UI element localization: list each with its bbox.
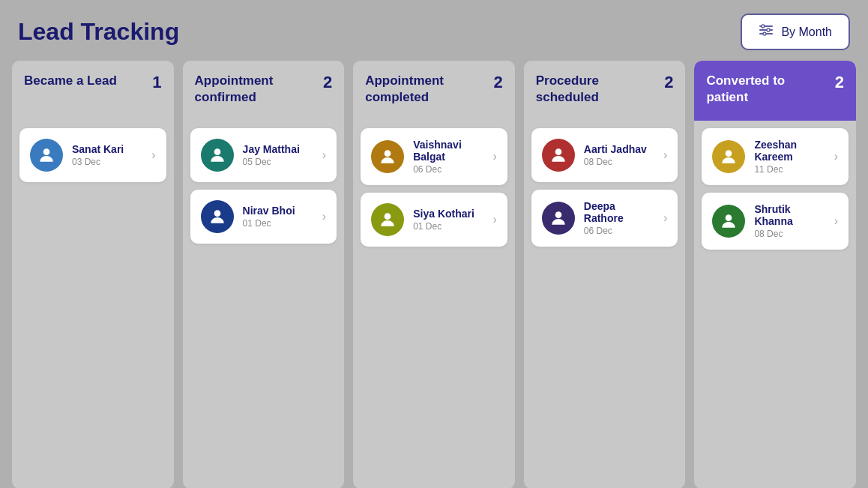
- avatar: [712, 205, 745, 238]
- avatar: [30, 139, 63, 172]
- avatar: [371, 140, 404, 173]
- card-name: Jay Matthai: [243, 143, 310, 155]
- column-procedure-scheduled: Procedure scheduled2Aarti Jadhav08 Dec›D…: [524, 61, 686, 488]
- card-name: Aarti Jadhav: [584, 143, 651, 155]
- column-header-became-lead: Became a Lead1: [12, 61, 174, 121]
- avatar: [201, 139, 234, 172]
- card-info: Aarti Jadhav08 Dec: [584, 143, 651, 167]
- card[interactable]: Vaishnavi Balgat06 Dec›: [361, 128, 507, 185]
- chevron-right-icon: ›: [322, 210, 326, 223]
- column-header-appointment-confirmed: Appointment confirmed2: [183, 61, 345, 121]
- svg-point-11: [555, 148, 561, 155]
- card[interactable]: Nirav Bhoi01 Dec›: [190, 190, 337, 244]
- avatar: [542, 202, 575, 235]
- card-date: 03 Dec: [72, 157, 139, 167]
- card-date: 11 Dec: [754, 164, 822, 175]
- svg-point-7: [214, 148, 220, 155]
- column-header-procedure-scheduled: Procedure scheduled2: [524, 61, 686, 121]
- column-body-procedure-scheduled: Aarti Jadhav08 Dec›Deepa Rathore06 Dec›: [524, 121, 686, 488]
- column-count-became-lead: 1: [152, 73, 161, 92]
- card-info: Shrutik Khanna08 Dec: [754, 203, 822, 239]
- card[interactable]: Siya Kothari01 Dec›: [361, 193, 507, 247]
- card[interactable]: Aarti Jadhav08 Dec›: [531, 128, 678, 182]
- column-title-procedure-scheduled: Procedure scheduled: [536, 73, 658, 106]
- column-appointment-completed: Appointment completed2Vaishnavi Balgat06…: [353, 61, 515, 488]
- filter-label: By Month: [781, 25, 832, 39]
- svg-point-4: [767, 28, 770, 31]
- page-header: Lead Tracking By Month: [0, 0, 868, 61]
- column-title-appointment-completed: Appointment completed: [365, 73, 487, 106]
- card[interactable]: Jay Matthai05 Dec›: [190, 128, 337, 182]
- card-info: Sanat Kari03 Dec: [72, 143, 139, 167]
- card[interactable]: Shrutik Khanna08 Dec›: [702, 193, 849, 250]
- column-count-appointment-completed: 2: [494, 73, 503, 92]
- card-date: 08 Dec: [584, 157, 651, 167]
- card-name: Shrutik Khanna: [754, 203, 822, 227]
- card-name: Zeeshan Kareem: [754, 139, 822, 163]
- column-title-appointment-confirmed: Appointment confirmed: [195, 73, 317, 106]
- card-name: Nirav Bhoi: [243, 205, 310, 217]
- filter-icon: [759, 22, 774, 41]
- column-header-converted-to-patient: Converted to patient2: [694, 61, 856, 121]
- kanban-board: Became a Lead1Sanat Kari03 Dec›Appointme…: [0, 61, 868, 488]
- column-converted-to-patient: Converted to patient2Zeeshan Kareem11 De…: [694, 61, 856, 488]
- chevron-right-icon: ›: [834, 150, 838, 163]
- column-appointment-confirmed: Appointment confirmed2Jay Matthai05 Dec›…: [183, 61, 345, 488]
- column-header-appointment-completed: Appointment completed2: [353, 61, 515, 121]
- chevron-right-icon: ›: [663, 148, 667, 162]
- svg-point-5: [763, 32, 766, 35]
- card-date: 08 Dec: [754, 229, 822, 239]
- card-name: Siya Kothari: [413, 208, 480, 220]
- svg-point-14: [726, 214, 732, 221]
- svg-point-9: [385, 150, 391, 157]
- column-body-appointment-completed: Vaishnavi Balgat06 Dec›Siya Kothari01 De…: [353, 121, 515, 488]
- card-info: Deepa Rathore06 Dec: [584, 200, 651, 236]
- chevron-right-icon: ›: [663, 211, 667, 225]
- card-info: Siya Kothari01 Dec: [413, 208, 480, 232]
- chevron-right-icon: ›: [492, 213, 496, 226]
- column-title-converted-to-patient: Converted to patient: [706, 73, 828, 106]
- svg-point-12: [555, 211, 561, 218]
- svg-point-6: [43, 148, 50, 155]
- chevron-right-icon: ›: [151, 148, 155, 162]
- filter-button[interactable]: By Month: [741, 13, 850, 50]
- card-name: Sanat Kari: [72, 143, 139, 155]
- card-date: 05 Dec: [243, 157, 310, 167]
- avatar: [712, 140, 745, 173]
- card-info: Jay Matthai05 Dec: [243, 143, 310, 167]
- card-date: 06 Dec: [413, 164, 480, 175]
- chevron-right-icon: ›: [322, 148, 326, 162]
- svg-point-3: [762, 25, 765, 28]
- avatar: [371, 203, 404, 236]
- card-info: Nirav Bhoi01 Dec: [243, 205, 310, 229]
- card-info: Vaishnavi Balgat06 Dec: [413, 139, 480, 175]
- svg-point-10: [385, 213, 391, 220]
- card-date: 06 Dec: [584, 226, 651, 236]
- chevron-right-icon: ›: [834, 214, 838, 228]
- card[interactable]: Sanat Kari03 Dec›: [19, 128, 166, 182]
- card-date: 01 Dec: [413, 221, 480, 232]
- card-date: 01 Dec: [243, 218, 310, 229]
- column-body-became-lead: Sanat Kari03 Dec›: [12, 121, 174, 488]
- column-count-appointment-confirmed: 2: [323, 73, 332, 92]
- column-became-lead: Became a Lead1Sanat Kari03 Dec›: [12, 61, 174, 488]
- card[interactable]: Deepa Rathore06 Dec›: [531, 190, 678, 247]
- card[interactable]: Zeeshan Kareem11 Dec›: [702, 128, 849, 185]
- column-body-appointment-confirmed: Jay Matthai05 Dec›Nirav Bhoi01 Dec›: [183, 121, 345, 488]
- column-count-converted-to-patient: 2: [835, 73, 844, 92]
- column-title-became-lead: Became a Lead: [24, 73, 146, 89]
- page-title: Lead Tracking: [18, 18, 179, 46]
- column-count-procedure-scheduled: 2: [664, 73, 673, 92]
- svg-point-13: [726, 150, 732, 157]
- svg-point-8: [214, 210, 220, 217]
- column-body-converted-to-patient: Zeeshan Kareem11 Dec›Shrutik Khanna08 De…: [694, 121, 856, 488]
- avatar: [201, 200, 234, 233]
- card-info: Zeeshan Kareem11 Dec: [754, 139, 822, 175]
- card-name: Vaishnavi Balgat: [413, 139, 480, 163]
- chevron-right-icon: ›: [492, 150, 496, 163]
- avatar: [542, 139, 575, 172]
- card-name: Deepa Rathore: [584, 200, 651, 224]
